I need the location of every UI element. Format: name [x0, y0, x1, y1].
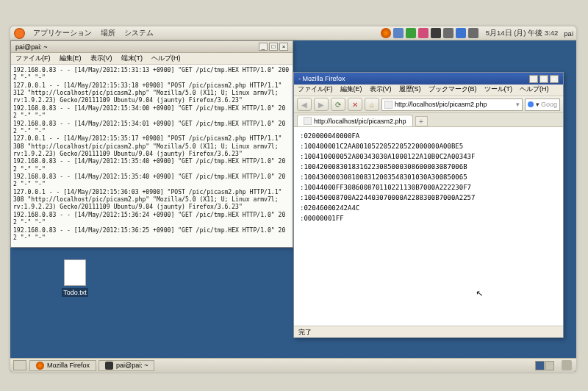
google-icon — [527, 101, 534, 108]
minimize-button[interactable]: _ — [529, 75, 538, 83]
taskbar-terminal[interactable]: pai@pai: ~ — [98, 360, 154, 371]
hex-line: :10044000FF308600870110221130B7000A22223… — [300, 183, 557, 193]
page-content[interactable]: :020000040000FA:100400001C2AA00105220522… — [294, 127, 563, 326]
firefox-toolbar: ◀ ▶ ⟳ ✕ ⌂ http://localhost/pic/picasm2.p… — [294, 96, 563, 113]
svg-point-0 — [528, 101, 534, 107]
hex-line: :02046000242A4C — [300, 204, 557, 214]
terminal-titlebar[interactable]: pai@pai: ~ _ □ × — [11, 41, 293, 53]
maximize-button[interactable]: □ — [539, 75, 548, 83]
stop-button[interactable]: ✕ — [348, 98, 362, 111]
tab-active[interactable]: http://localhost/pic/picasm2.php — [297, 115, 413, 126]
terminal-menu-file[interactable]: ファイル(F) — [11, 54, 55, 63]
task-label: pai@pai: ~ — [116, 362, 148, 369]
terminal-icon — [105, 362, 113, 370]
ff-menu-tools[interactable]: ツール(T) — [481, 85, 517, 96]
new-tab-button[interactable]: + — [415, 116, 428, 126]
firefox-title: - Mozilla Firefox — [298, 75, 345, 82]
update-icon[interactable] — [456, 28, 466, 38]
menu-applications[interactable]: アプリケーション — [29, 29, 96, 38]
status-text: 完了 — [298, 329, 312, 336]
firefox-titlebar[interactable]: - Mozilla Firefox _ □ × — [294, 73, 563, 85]
search-box[interactable]: ▾ Goog — [525, 98, 560, 111]
ubuntu-logo-icon[interactable] — [14, 28, 25, 39]
terminal-menu-edit[interactable]: 編集(E) — [55, 54, 86, 63]
ff-menu-bookmarks[interactable]: ブックマーク(B) — [425, 85, 481, 96]
firefox-icon — [36, 362, 44, 370]
firefox-window[interactable]: - Mozilla Firefox _ □ × ファイル(F) 編集(E) 表示… — [293, 72, 564, 338]
desktop[interactable]: Todo.txt pai@pai: ~ _ □ × ファイル(F) 編集(E) … — [10, 40, 576, 358]
workspace-switcher[interactable] — [535, 361, 554, 370]
home-button[interactable]: ⌂ — [365, 98, 379, 111]
maximize-button[interactable]: □ — [269, 43, 278, 51]
terminal-menu-help[interactable]: ヘルプ(H) — [147, 54, 185, 63]
terminal-output[interactable]: 192.168.0.83 - - [14/May/2012:15:31:13 +… — [11, 65, 293, 247]
site-favicon-icon — [384, 101, 392, 109]
ff-menu-file[interactable]: ファイル(F) — [294, 85, 337, 96]
taskbar-firefox[interactable]: Mozilla Firefox — [29, 360, 96, 371]
help-launcher-icon[interactable] — [406, 28, 416, 38]
terminal-menubar: ファイル(F) 編集(E) 表示(V) 端末(T) ヘルプ(H) — [11, 53, 293, 65]
mail-launcher-icon[interactable] — [393, 28, 404, 38]
indicator-icon[interactable] — [418, 28, 429, 38]
hex-line: :1004300003081008312003548301030A3008500… — [300, 173, 557, 183]
forward-button[interactable]: ▶ — [314, 98, 329, 111]
firefox-menubar: ファイル(F) 編集(E) 表示(V) 履歴(S) ブックマーク(B) ツール(… — [294, 85, 563, 96]
dropdown-icon[interactable]: ▾ — [516, 101, 520, 108]
monitor-applet-icon[interactable] — [431, 28, 441, 38]
user-menu[interactable]: pai — [561, 29, 576, 37]
hex-line: :100410000052A00343030A1000122A10B0C2A00… — [300, 152, 557, 162]
firefox-launcher-icon[interactable] — [381, 28, 391, 38]
ff-menu-history[interactable]: 履歴(S) — [395, 85, 425, 96]
desktop-file-label: Todo.txt — [62, 288, 88, 297]
hex-line: :100400001C2AA001052205220522000000A00BE… — [300, 142, 557, 152]
hex-line: :020000040000FA — [300, 132, 557, 142]
reload-button[interactable]: ⟳ — [331, 98, 345, 111]
volume-icon[interactable] — [468, 28, 478, 38]
tray — [381, 28, 483, 38]
ff-menu-help[interactable]: ヘルプ(H) — [516, 85, 553, 96]
back-button[interactable]: ◀ — [297, 98, 312, 111]
ff-menu-edit[interactable]: 編集(E) — [337, 85, 366, 96]
text-file-icon — [64, 259, 86, 286]
menu-places[interactable]: 場所 — [96, 29, 120, 38]
hex-line: :100450008700A224403070000A2288300B7000A… — [300, 193, 557, 204]
ff-menu-view[interactable]: 表示(V) — [366, 85, 395, 96]
url-bar[interactable]: http://localhost/pic/picasm2.php ▾ — [381, 98, 523, 111]
bottom-panel: Mozilla Firefox pai@pai: ~ — [10, 358, 576, 372]
show-desktop-button[interactable] — [13, 360, 26, 370]
close-button[interactable]: × — [550, 75, 559, 83]
hex-line: :00000001FF — [300, 214, 557, 224]
status-bar: 完了 — [294, 326, 563, 337]
search-placeholder: Goog — [541, 101, 557, 108]
mouse-cursor-icon: ↖ — [475, 287, 484, 298]
minimize-button[interactable]: _ — [259, 43, 268, 51]
terminal-title: pai@pai: ~ — [15, 43, 47, 51]
network-icon[interactable] — [443, 28, 453, 38]
task-label: Mozilla Firefox — [47, 362, 90, 369]
terminal-menu-view[interactable]: 表示(V) — [86, 54, 117, 63]
top-panel: アプリケーション 場所 システム 5月14日 (月) 午後 3:42 pai — [10, 26, 576, 40]
tab-favicon-icon — [304, 117, 312, 125]
trash-icon[interactable] — [562, 360, 572, 370]
tab-strip: http://localhost/pic/picasm2.php + — [294, 113, 563, 127]
hex-line: :100420008301831622308500030860000308700… — [300, 162, 557, 173]
desktop-file-icon[interactable]: Todo.txt — [56, 259, 94, 297]
tab-label: http://localhost/pic/picasm2.php — [314, 118, 406, 125]
terminal-menu-terminal[interactable]: 端末(T) — [117, 54, 148, 63]
clock[interactable]: 5月14日 (月) 午後 3:42 — [483, 29, 562, 38]
menu-system[interactable]: システム — [120, 29, 158, 38]
url-text: http://localhost/pic/picasm2.php — [395, 101, 487, 108]
close-button[interactable]: × — [279, 43, 288, 51]
terminal-window[interactable]: pai@pai: ~ _ □ × ファイル(F) 編集(E) 表示(V) 端末(… — [10, 40, 293, 248]
